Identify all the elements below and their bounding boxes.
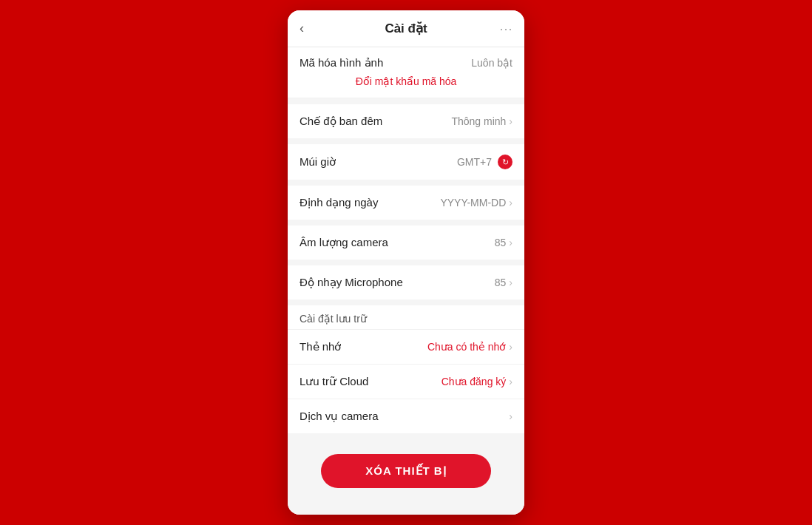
cloud-storage-value: Chưa đăng ký › [441,376,512,387]
camera-service-label: Dịch vụ camera [300,410,379,423]
camera-service-row[interactable]: Dịch vụ camera › [288,399,524,433]
encryption-row: Mã hóa hình ảnh Luôn bật [288,47,524,72]
camera-volume-section: Âm lượng camera 85 › [288,226,524,260]
timezone-value: GMT+7 ↻ [457,155,512,169]
memory-card-label: Thẻ nhớ [300,340,341,353]
timezone-label: Múi giờ [300,155,336,169]
storage-section: Cài đặt lưu trữ Thẻ nhớ Chưa có thẻ nhớ … [288,305,524,433]
microphone-section: Độ nhạy Microphone 85 › [288,265,524,299]
memory-card-value: Chưa có thẻ nhớ › [427,341,512,353]
date-format-chevron-icon: › [509,197,512,209]
page-title: Cài đặt [385,21,427,36]
change-password-row[interactable]: Đổi mật khẩu mã hóa [288,72,524,98]
camera-service-chevron-icon: › [509,410,512,422]
cloud-storage-chevron-icon: › [509,376,512,387]
change-password-link[interactable]: Đổi mật khẩu mã hóa [300,75,512,87]
microphone-label: Độ nhạy Microphone [300,276,403,289]
storage-section-label: Cài đặt lưu trữ [288,305,524,330]
camera-volume-value: 85 › [495,237,512,248]
date-format-value: YYYY-MM-DD › [440,197,512,209]
microphone-value: 85 › [495,277,512,288]
night-mode-section: Chế độ ban đêm Thông minh › [288,104,524,138]
night-mode-value: Thông minh › [451,115,512,127]
memory-card-row[interactable]: Thẻ nhớ Chưa có thẻ nhớ › [288,330,524,365]
cloud-storage-row[interactable]: Lưu trữ Cloud Chưa đăng ký › [288,365,524,399]
delete-device-button[interactable]: XÓA THIẾT BỊ [321,454,490,488]
camera-service-value: › [509,410,512,422]
more-options-icon[interactable]: ⋯ [499,21,512,37]
night-mode-chevron-icon: › [509,115,512,127]
header: ‹ Cài đặt ⋯ [288,10,524,47]
microphone-row[interactable]: Độ nhạy Microphone 85 › [288,265,524,299]
cloud-storage-label: Lưu trữ Cloud [300,375,368,388]
encryption-label: Mã hóa hình ảnh [300,56,383,70]
back-button[interactable]: ‹ [300,21,304,36]
date-format-row[interactable]: Định dạng ngày YYYY-MM-DD › [288,186,524,220]
timezone-row[interactable]: Múi giờ GMT+7 ↻ [288,144,524,180]
night-mode-label: Chế độ ban đêm [300,115,382,128]
date-format-label: Định dạng ngày [300,196,378,209]
night-mode-row[interactable]: Chế độ ban đêm Thông minh › [288,104,524,138]
timezone-sync-icon: ↻ [498,155,512,169]
encryption-section: Mã hóa hình ảnh Luôn bật Đổi mật khẩu mã… [288,47,524,98]
delete-button-container: XÓA THIẾT BỊ [288,439,524,503]
camera-volume-label: Âm lượng camera [300,236,388,249]
memory-card-chevron-icon: › [509,341,512,353]
camera-volume-chevron-icon: › [509,237,512,248]
timezone-section: Múi giờ GMT+7 ↻ [288,144,524,180]
camera-volume-row[interactable]: Âm lượng camera 85 › [288,226,524,260]
phone-container: ‹ Cài đặt ⋯ Mã hóa hình ảnh Luôn bật Đổi… [288,10,524,515]
encryption-value: Luôn bật [471,57,512,69]
settings-content: Mã hóa hình ảnh Luôn bật Đổi mật khẩu mã… [288,47,524,515]
microphone-chevron-icon: › [509,277,512,288]
date-format-section: Định dạng ngày YYYY-MM-DD › [288,186,524,220]
